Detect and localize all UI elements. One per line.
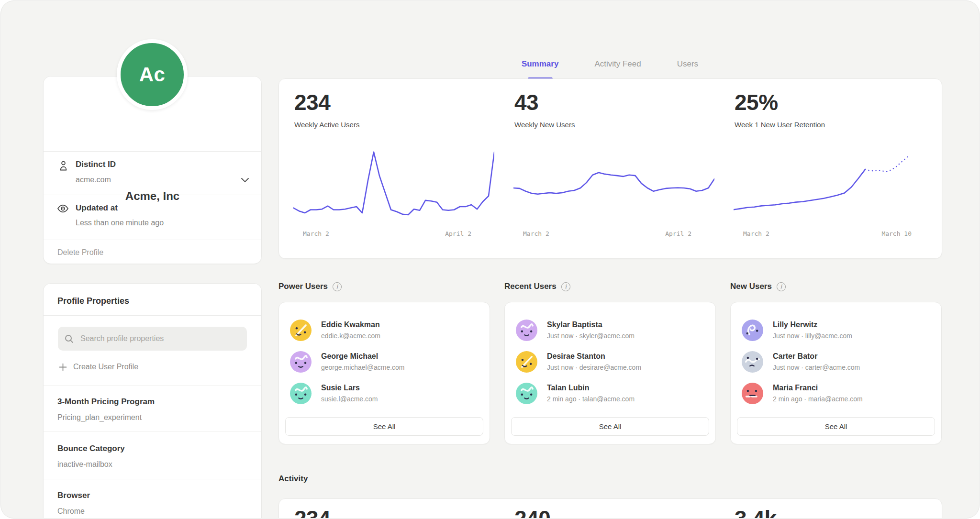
see-all-button[interactable]: See All bbox=[285, 417, 483, 436]
section-title-text: Recent Users bbox=[504, 281, 557, 292]
person-icon bbox=[58, 160, 69, 172]
property-name: 3-Month Pricing Program bbox=[57, 397, 155, 407]
property-value: Pricing_plan_experiment bbox=[57, 413, 142, 422]
info-icon[interactable]: i bbox=[333, 282, 342, 291]
x-axis-labels: March 2 April 2 bbox=[293, 230, 494, 237]
company-name: Acme, Inc bbox=[44, 189, 261, 203]
user-avatar bbox=[742, 383, 763, 404]
chevron-down-icon[interactable] bbox=[241, 177, 249, 183]
section-title-power-users: Power Users i bbox=[278, 281, 342, 292]
stat-weekly-active-users: 234 Weekly Active Users March 2 April 2 bbox=[294, 79, 514, 258]
info-icon[interactable]: i bbox=[561, 282, 570, 291]
user-row[interactable]: Skylar Baptista Just now · skyler@acme.c… bbox=[516, 317, 635, 343]
plus-icon bbox=[59, 363, 67, 371]
divider bbox=[44, 315, 261, 316]
divider bbox=[44, 386, 261, 386]
user-name: Skylar Baptista bbox=[547, 320, 635, 330]
user-meta: 2 min ago · talan@acme.com bbox=[547, 395, 635, 403]
user-avatar bbox=[742, 351, 763, 373]
user-avatar bbox=[516, 383, 537, 404]
user-name: Susie Lars bbox=[321, 383, 378, 393]
user-row[interactable]: Carter Bator Just now · carter@acme.com bbox=[742, 348, 860, 375]
user-name: Lilly Herwitz bbox=[773, 320, 852, 330]
x-axis-labels: March 2 April 2 bbox=[513, 230, 714, 237]
create-user-profile-label: Create User Profile bbox=[73, 362, 138, 372]
activity-stat-value: 3.4k bbox=[735, 507, 777, 519]
axis-tick: March 2 bbox=[303, 230, 329, 237]
user-avatar bbox=[290, 320, 312, 341]
search-icon bbox=[65, 334, 74, 343]
user-row[interactable]: Talan Lubin 2 min ago · talan@acme.com bbox=[516, 380, 635, 407]
divider bbox=[44, 240, 261, 240]
user-row[interactable]: George Michael george.michael@acme.com bbox=[290, 348, 405, 375]
user-row[interactable]: Maria Franci 2 min ago · maria@acme.com bbox=[742, 380, 863, 407]
profile-properties-card: Profile Properties Create User Profile 3… bbox=[43, 283, 262, 519]
info-icon[interactable]: i bbox=[777, 282, 786, 291]
property-value: inactive-mailbox bbox=[57, 460, 112, 469]
section-title-new-users: New Users i bbox=[730, 281, 786, 292]
tab-users[interactable]: Users bbox=[677, 58, 698, 80]
axis-tick: April 2 bbox=[445, 230, 471, 237]
user-avatar bbox=[290, 351, 312, 373]
property-name: Bounce Category bbox=[57, 443, 125, 454]
x-axis-labels: March 2 March 10 bbox=[734, 230, 935, 237]
divider bbox=[44, 479, 261, 479]
delete-profile-button[interactable]: Delete Profile bbox=[57, 248, 103, 257]
divider bbox=[44, 151, 261, 152]
stat-weekly-new-users: 43 Weekly New Users March 2 April 2 bbox=[514, 79, 735, 258]
summary-card: 234 Weekly Active Users March 2 April 2 … bbox=[278, 78, 942, 259]
axis-tick: March 2 bbox=[743, 230, 769, 237]
user-meta: Just now · carter@acme.com bbox=[773, 364, 860, 372]
power-users-card: Eddie Kwakman eddie.k@acme.com George Mi… bbox=[278, 302, 490, 444]
stat-value: 234 bbox=[294, 90, 330, 114]
user-name: Carter Bator bbox=[773, 352, 860, 361]
user-meta: 2 min ago · maria@acme.com bbox=[773, 395, 863, 403]
activity-card: 234 240 3.4k bbox=[278, 498, 942, 519]
section-title-text: Power Users bbox=[278, 281, 328, 292]
user-avatar bbox=[290, 383, 312, 404]
activity-stat-value: 234 bbox=[294, 507, 330, 519]
divider bbox=[44, 195, 261, 195]
stat-week1-retention: 25% Week 1 New User Retention March 2 Ma… bbox=[735, 79, 955, 258]
user-row[interactable]: Susie Lars susie.l@acme.com bbox=[290, 380, 378, 407]
section-title-text: New Users bbox=[730, 281, 772, 292]
user-name: Maria Franci bbox=[773, 383, 863, 393]
divider bbox=[44, 431, 261, 431]
property-value: Chrome bbox=[57, 507, 85, 516]
user-name: George Michael bbox=[321, 352, 405, 361]
user-avatar bbox=[742, 320, 763, 341]
user-row[interactable]: Eddie Kwakman eddie.k@acme.com bbox=[290, 317, 380, 343]
recent-users-card: Skylar Baptista Just now · skyler@acme.c… bbox=[504, 302, 716, 444]
axis-tick: March 10 bbox=[881, 230, 912, 237]
sparkline-weekly-new-users bbox=[513, 145, 714, 224]
new-users-card: Lilly Herwitz Just now · lilly@acme.com … bbox=[730, 302, 942, 444]
activity-stat-value: 240 bbox=[514, 507, 550, 519]
user-name: Talan Lubin bbox=[547, 383, 635, 393]
user-row[interactable]: Lilly Herwitz Just now · lilly@acme.com bbox=[742, 317, 852, 343]
stat-label: Weekly New Users bbox=[514, 120, 575, 129]
user-avatar bbox=[516, 351, 537, 373]
tab-activity-feed[interactable]: Activity Feed bbox=[594, 58, 641, 80]
sparkline-week1-retention bbox=[734, 145, 935, 224]
tab-summary[interactable]: Summary bbox=[522, 58, 558, 80]
stat-label: Weekly Active Users bbox=[294, 120, 359, 129]
eye-icon bbox=[57, 204, 69, 213]
profile-properties-search[interactable] bbox=[58, 327, 247, 351]
sparkline-weekly-active-users bbox=[293, 145, 494, 224]
screenshot-stage: Ac Acme, Inc Distinct ID acme.com Update… bbox=[0, 0, 980, 519]
axis-tick: April 2 bbox=[665, 230, 691, 237]
create-user-profile-button[interactable]: Create User Profile bbox=[59, 362, 138, 372]
stat-label: Week 1 New User Retention bbox=[735, 120, 825, 129]
field-value-distinct-id: acme.com bbox=[76, 175, 111, 185]
field-label-updated-at: Updated at bbox=[76, 203, 118, 213]
search-input[interactable] bbox=[79, 334, 240, 343]
profile-properties-title: Profile Properties bbox=[57, 296, 129, 306]
company-avatar: Ac bbox=[117, 39, 188, 110]
user-meta: eddie.k@acme.com bbox=[321, 332, 380, 340]
see-all-button[interactable]: See All bbox=[737, 417, 935, 436]
see-all-button[interactable]: See All bbox=[511, 417, 709, 436]
user-row[interactable]: Desirae Stanton Just now · desirare@acme… bbox=[516, 348, 641, 375]
stat-value: 43 bbox=[514, 90, 538, 114]
user-meta: Just now · lilly@acme.com bbox=[773, 332, 852, 340]
app-window: Ac Acme, Inc Distinct ID acme.com Update… bbox=[0, 0, 980, 519]
